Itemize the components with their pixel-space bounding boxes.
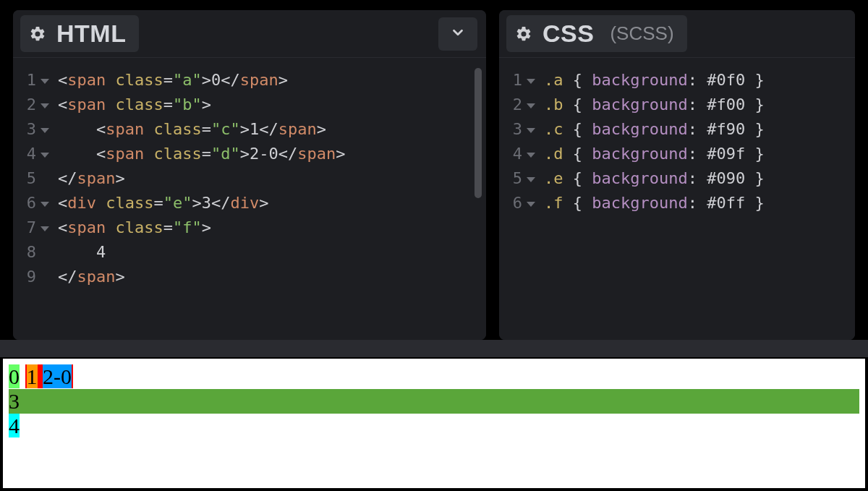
html-code[interactable]: <span class="a">0</span><span class="b">… (55, 58, 486, 340)
preview-span-f: 4 (9, 414, 20, 437)
preview-span-c: 1 (27, 364, 38, 388)
editors-row: HTML 123456789 <span class="a">0</span><… (0, 0, 868, 340)
preview-span-b: 1 2-0 (25, 364, 74, 388)
app-root: HTML 123456789 <span class="a">0</span><… (0, 0, 868, 491)
preview-div-e: 3 (9, 389, 859, 414)
html-collapse-button[interactable] (438, 17, 477, 51)
preview-span-a: 0 (9, 364, 20, 388)
css-code[interactable]: .a { background: #0f0 }.b { background: … (541, 58, 855, 340)
preview-pane: 0 1 2-0 3 4 (0, 357, 868, 491)
html-code-area[interactable]: 123456789 <span class="a">0</span><span … (13, 58, 486, 340)
css-panel-title: CSS (542, 20, 594, 48)
scrollbar-thumb[interactable] (475, 68, 482, 198)
css-gutter: 123456 (499, 58, 541, 340)
css-panel-header: CSS (SCSS) (499, 10, 855, 58)
css-title-chip[interactable]: CSS (SCSS) (506, 15, 687, 52)
preview-span-d: 2-0 (43, 364, 72, 388)
chevron-down-icon (450, 25, 466, 43)
html-gutter: 123456789 (13, 58, 55, 340)
html-title-chip[interactable]: HTML (20, 15, 139, 52)
css-panel-subtitle: (SCSS) (610, 22, 673, 45)
gear-icon[interactable] (29, 25, 46, 43)
css-code-area[interactable]: 123456 .a { background: #0f0 }.b { backg… (499, 58, 855, 340)
css-editor-panel: CSS (SCSS) 123456 .a { background: #0f0 … (499, 10, 855, 340)
html-editor-panel: HTML 123456789 <span class="a">0</span><… (13, 10, 486, 340)
html-panel-title: HTML (56, 20, 126, 48)
html-panel-header: HTML (13, 10, 486, 58)
gear-icon[interactable] (515, 25, 532, 43)
resizer-bar[interactable] (0, 340, 868, 357)
